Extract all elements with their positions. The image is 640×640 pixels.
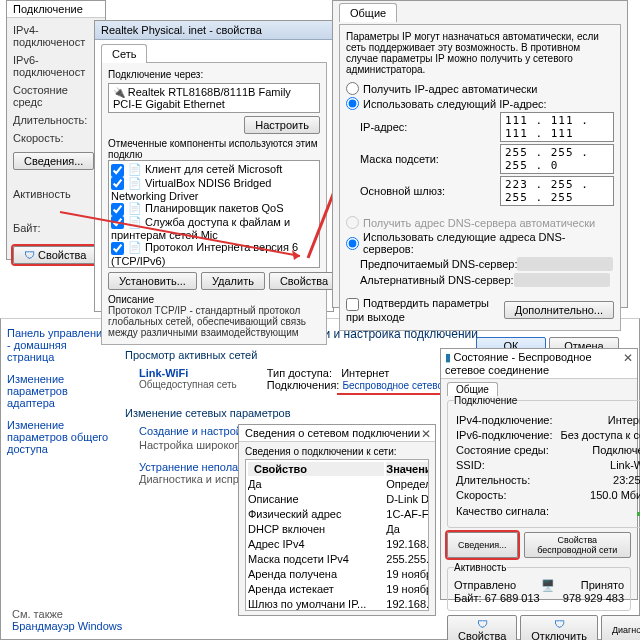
firewall-link[interactable]: Брандмауэр Windows	[12, 620, 122, 632]
remove-button[interactable]: Удалить	[201, 272, 265, 290]
adapter-settings-link[interactable]: Изменение параметров адаптера	[7, 373, 111, 409]
conn-label: Подключения:	[267, 379, 340, 391]
net-icon: 🖥️	[541, 579, 555, 592]
ip-auto-label: Получить IP-адрес автоматически	[363, 83, 537, 95]
confirm-label: Подтвердить параметры при выходе	[346, 297, 489, 323]
confirm-checkbox[interactable]	[346, 298, 359, 311]
component-item[interactable]: 📄 Планировщик пакетов QoS	[111, 202, 317, 216]
component-item[interactable]: 📄 Протокол Интернета версия 6 (TCP/IPv6)	[111, 241, 317, 267]
status-title: ▮ Состояние - Беспроводное сетевое соеди…	[441, 349, 637, 379]
ip-auto-radio[interactable]	[346, 82, 359, 95]
dns1-input[interactable]	[517, 257, 613, 271]
ip-manual-radio[interactable]	[346, 97, 359, 110]
close-icon[interactable]: ✕	[421, 427, 431, 441]
comp-check[interactable]	[111, 242, 124, 255]
status-sect: Подключение	[454, 395, 517, 406]
access-val: Интернет	[341, 367, 389, 379]
configure-button[interactable]: Настроить	[244, 116, 320, 134]
b-props[interactable]: 🛡Свойства	[447, 615, 517, 640]
w1-bytes: Байт:	[13, 222, 99, 234]
details-title: Сведения о сетевом подключении✕	[239, 425, 435, 442]
detail-row: Маска подсети IPv4255.255.255.0	[248, 553, 429, 566]
status-details-button[interactable]: Сведения...	[447, 532, 518, 558]
properties-button[interactable]: 🛡 Свойства	[13, 246, 97, 264]
components-label: Отмеченные компоненты используются этим …	[108, 138, 320, 160]
tab-general2[interactable]: Общие	[447, 382, 498, 396]
col-prop: Свойство	[248, 462, 384, 476]
status-row: Состояние среды:Подключено	[456, 444, 640, 457]
win2-title: Realtek Physical. inet - свойства	[95, 21, 333, 40]
access-label: Тип доступа:	[267, 367, 332, 379]
col-val: Значение	[386, 462, 429, 476]
w1-l2: Состояние средс	[13, 84, 99, 108]
comp-check[interactable]	[111, 164, 124, 177]
activity-legend: Активность	[454, 562, 507, 573]
w1-l1: IPv6-подключеност	[13, 54, 99, 78]
adapter-name: Realtek RTL8168B/8111B Family PCI-E Giga…	[113, 86, 291, 110]
install-button[interactable]: Установить...	[108, 272, 197, 290]
details-sub: Сведения о подключении к сети:	[245, 446, 429, 457]
detail-row: Аренда истекает19 ноября 2016 г. 21:07:1…	[248, 583, 429, 596]
comp-check[interactable]	[111, 216, 124, 229]
component-item[interactable]: 📄 Клиент для сетей Microsoft	[111, 163, 317, 177]
status-row: IPv6-подключение:Без доступа к сети	[456, 429, 640, 442]
see-also: См. также	[12, 608, 122, 620]
ip-label: IP-адрес:	[360, 121, 500, 133]
sent-val: 67 689 013	[485, 592, 540, 604]
ip-input[interactable]: 111 . 111 . 111 . 111	[500, 112, 614, 142]
comp-check[interactable]	[111, 203, 124, 216]
w1-l4: Скорость:	[13, 132, 99, 144]
recv-label: Принято	[581, 579, 624, 592]
ip-manual-label: Использовать следующий IP-адрес:	[363, 98, 547, 110]
mask-input[interactable]: 255 . 255 . 255 . 0	[500, 144, 614, 174]
ip-intro: Параметры IP могут назначаться автоматич…	[346, 31, 614, 75]
component-item[interactable]: 📄 Служба доступа к файлам и принтерам се…	[111, 216, 317, 242]
component-item[interactable]: 📄 Протокол Интернета версии 4 (TCP/IPv4)	[111, 267, 317, 268]
dns-manual-label: Использовать следующие адреса DNS-сервер…	[363, 231, 614, 255]
sharing-settings-link[interactable]: Изменение параметров общего доступа	[7, 419, 111, 455]
gw-label: Основной шлюз:	[360, 185, 500, 197]
b-disable[interactable]: 🛡Отключить	[520, 615, 598, 640]
win1-title: Подключение	[7, 1, 105, 18]
connect-via-label: Подключение через:	[108, 69, 320, 80]
tab-general[interactable]: Общие	[339, 3, 397, 22]
desc-label: Описание	[108, 294, 320, 305]
desc-text: Протокол TCP/IP - стандартный протокол г…	[108, 305, 320, 338]
status-row: SSID:Link-WiFi	[456, 459, 640, 472]
dns-manual-radio[interactable]	[346, 237, 359, 250]
dns1-label: Предпочитаемый DNS-сервер:	[360, 258, 517, 270]
detail-row: DHCP включенДа	[248, 523, 429, 536]
advanced-button[interactable]: Дополнительно...	[504, 301, 614, 319]
details-button[interactable]: Сведения...	[13, 152, 94, 170]
w1-l0: IPv4-подключеност	[13, 24, 99, 48]
wifi-props-button[interactable]: Свойства беспроводной сети	[524, 532, 631, 558]
tab-network[interactable]: Сеть	[101, 44, 147, 63]
w1-l3: Длительность:	[13, 114, 99, 126]
dns2-input[interactable]	[514, 273, 610, 287]
status-row: Качество сигнала:	[456, 504, 640, 519]
status-row: Скорость:150.0 Мбит/с	[456, 489, 640, 502]
gw-input[interactable]: 223 . 255 . 255 . 255	[500, 176, 614, 206]
w1-activity: Активность	[13, 188, 99, 200]
detail-row: Физический адрес1C-AF-F7-05-AB-17	[248, 508, 429, 521]
network-name[interactable]: Link-WiFi	[139, 367, 237, 379]
component-item[interactable]: 📄 VirtualBox NDIS6 Bridged Networking Dr…	[111, 177, 317, 203]
network-type: Общедоступная сеть	[139, 379, 237, 390]
bytes-label: Байт:	[454, 592, 482, 604]
detail-row: Шлюз по умолчани IP...192.168.0.1	[248, 598, 429, 611]
status-row: IPv4-подключение:Интернет	[456, 414, 640, 427]
sent-label: Отправлено	[454, 579, 516, 592]
comp-check[interactable]	[111, 177, 124, 190]
detail-row: Адрес IPv4192.168.0.103	[248, 538, 429, 551]
status-row: Длительность:23:25:40	[456, 474, 640, 487]
detail-row: Аренда получена19 ноября 2016 г. 18:07:1…	[248, 568, 429, 581]
dns-auto-label: Получить адрес DNS-сервера автоматически	[363, 217, 595, 229]
dns2-label: Альтернативный DNS-сервер:	[360, 274, 514, 286]
dns-auto-radio	[346, 216, 359, 229]
b-diag[interactable]: Диагностика	[601, 615, 640, 640]
comp-props-button[interactable]: Свойства	[269, 272, 339, 290]
detail-row: ОписаниеD-Link DWA-525 Wireless N 150 De…	[248, 493, 429, 506]
close-icon[interactable]: ✕	[623, 351, 633, 365]
mask-label: Маска подсети:	[360, 153, 500, 165]
detail-row: ДаОпределенн для по...	[248, 478, 429, 491]
